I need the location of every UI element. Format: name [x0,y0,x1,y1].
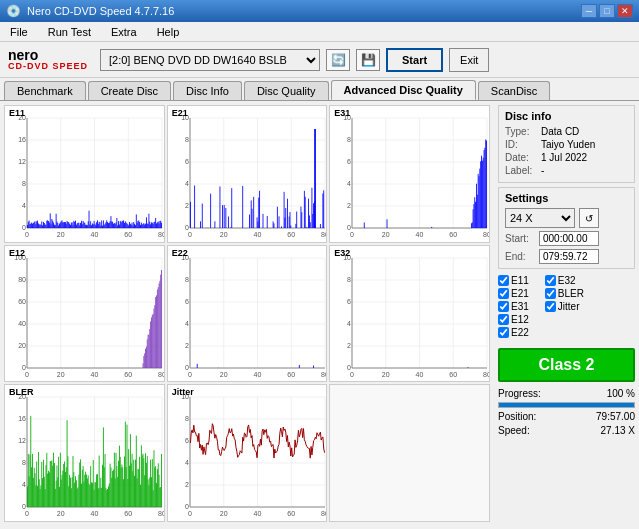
type-label: Type: [505,126,537,137]
maximize-button[interactable]: □ [599,4,615,18]
checkbox-e21[interactable]: E21 [498,288,529,299]
checkbox-e12[interactable]: E12 [498,314,529,325]
progress-bar [498,402,635,408]
label-label: Label: [505,165,537,176]
nero-logo: nero CD-DVD SPEED [8,48,88,71]
date-value: 1 Jul 2022 [541,152,587,163]
id-value: Taiyo Yuden [541,139,595,150]
tab-bar: Benchmark Create Disc Disc Info Disc Qua… [0,78,639,101]
end-label: End: [505,251,535,262]
settings-title: Settings [505,192,628,204]
progress-label: Progress: [498,388,541,399]
exit-button[interactable]: Exit [449,48,489,72]
chart-label-e21: E21 [172,108,188,118]
right-panel: Disc info Type: Data CD ID: Taiyo Yuden … [494,101,639,526]
progress-value: 100 % [607,388,635,399]
chart-canvas-e11 [5,106,164,242]
class-badge: Class 2 [498,348,635,382]
date-label: Date: [505,152,537,163]
menu-bar: File Run Test Extra Help [0,22,639,42]
progress-box: Progress: 100 % Position: 79:57.00 Speed… [498,386,635,438]
chart-canvas-jitter [168,385,327,521]
start-button[interactable]: Start [386,48,443,72]
chart-canvas-e22 [168,246,327,382]
chart-e21: E21 [167,105,328,243]
chart-canvas-e31 [330,106,489,242]
chart-canvas-e32 [330,246,489,382]
type-value: Data CD [541,126,579,137]
toolbar: nero CD-DVD SPEED [2:0] BENQ DVD DD DW16… [0,42,639,78]
chart-bler: BLER [4,384,165,522]
menu-run-test[interactable]: Run Test [42,24,97,40]
minimize-button[interactable]: ─ [581,4,597,18]
apply-speed-button[interactable]: ↺ [579,208,599,228]
tab-scandisc[interactable]: ScanDisc [478,81,550,100]
checkbox-jitter[interactable]: Jitter [545,301,580,312]
tab-benchmark[interactable]: Benchmark [4,81,86,100]
chart-label-bler: BLER [9,387,34,397]
chart-label-e22: E22 [172,248,188,258]
menu-help[interactable]: Help [151,24,186,40]
menu-file[interactable]: File [4,24,34,40]
speed-select[interactable]: 24 X 16 X 8 X 4 X Max [505,208,575,228]
tab-disc-info[interactable]: Disc Info [173,81,242,100]
content-area: E11E21E31E12E22E32BLERJitter Disc info T… [0,101,639,526]
disc-info-title: Disc info [505,110,628,122]
menu-extra[interactable]: Extra [105,24,143,40]
chart-e32: E32 [329,245,490,383]
chart-canvas-e12 [5,246,164,382]
label-value: - [541,165,544,176]
close-button[interactable]: ✕ [617,4,633,18]
tab-disc-quality[interactable]: Disc Quality [244,81,329,100]
settings-box: Settings 24 X 16 X 8 X 4 X Max ↺ Start: … [498,187,635,269]
progress-bar-fill [499,403,634,407]
title-bar-text: Nero CD-DVD Speed 4.7.7.16 [27,5,174,17]
drive-select[interactable]: [2:0] BENQ DVD DD DW1640 BSLB [100,49,320,71]
checkbox-e11[interactable]: E11 [498,275,529,286]
checkbox-e22[interactable]: E22 [498,327,529,338]
start-label: Start: [505,233,535,244]
chart-e22: E22 [167,245,328,383]
checkboxes-box: E11 E32 E21 BLER E31 Jitter E12 E22 [498,273,635,340]
checkbox-bler[interactable]: BLER [545,288,584,299]
checkbox-e31[interactable]: E31 [498,301,529,312]
start-value: 000:00.00 [539,231,599,246]
position-label: Position: [498,411,536,422]
id-label: ID: [505,139,537,150]
chart-e12: E12 [4,245,165,383]
speed-label: Speed: [498,425,530,436]
chart-label-e12: E12 [9,248,25,258]
disc-info-box: Disc info Type: Data CD ID: Taiyo Yuden … [498,105,635,183]
chart-canvas-e21 [168,106,327,242]
position-value: 79:57.00 [596,411,635,422]
charts-area: E11E21E31E12E22E32BLERJitter [0,101,494,526]
chart-empty [329,384,490,522]
chart-label-e31: E31 [334,108,350,118]
chart-label-e32: E32 [334,248,350,258]
tab-advanced-disc-quality[interactable]: Advanced Disc Quality [331,80,476,100]
refresh-drive-button[interactable]: 🔄 [326,49,350,71]
chart-canvas-bler [5,385,164,521]
chart-jitter: Jitter [167,384,328,522]
tab-create-disc[interactable]: Create Disc [88,81,171,100]
chart-e31: E31 [329,105,490,243]
checkbox-e32[interactable]: E32 [545,275,576,286]
end-value: 079:59.72 [539,249,599,264]
title-bar: 💿 Nero CD-DVD Speed 4.7.7.16 ─ □ ✕ [0,0,639,22]
chart-label-jitter: Jitter [172,387,194,397]
chart-label-e11: E11 [9,108,25,118]
chart-e11: E11 [4,105,165,243]
save-button[interactable]: 💾 [356,49,380,71]
speed-value: 27.13 X [601,425,635,436]
